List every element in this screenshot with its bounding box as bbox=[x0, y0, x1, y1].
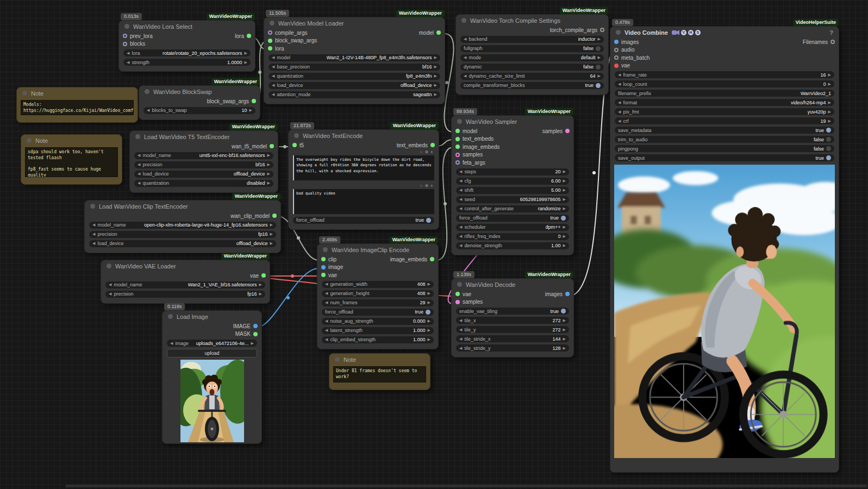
widget-noise-aug-strength[interactable]: ◀noise_aug_strength0.000▶ bbox=[322, 318, 434, 325]
increment-arrow-icon[interactable]: ▶ bbox=[259, 292, 262, 296]
output-slot-image_embeds[interactable]: image_embeds bbox=[390, 256, 434, 262]
slot-dot-icon[interactable] bbox=[455, 300, 460, 304]
widget-lora[interactable]: ◀lorarotate\rotate_20_epochs.safetensors… bbox=[123, 49, 251, 57]
widget-dynamo-cache-size-limit[interactable]: ◀dynamo_cache_size_limit64▶ bbox=[460, 73, 604, 80]
widget-trim-to-audio[interactable]: trim_to_audiofalse bbox=[615, 136, 834, 143]
widget-load-device[interactable]: ◀load_deviceoffload_device▶ bbox=[134, 171, 273, 178]
decrement-arrow-icon[interactable]: ◀ bbox=[459, 197, 462, 202]
output-slot-torch_compile_args[interactable]: torch_compile_args bbox=[550, 27, 604, 33]
collapse-dot-icon[interactable] bbox=[294, 133, 299, 138]
decrement-arrow-icon[interactable]: ◀ bbox=[459, 243, 462, 248]
decrement-arrow-icon[interactable]: ◀ bbox=[127, 60, 129, 65]
video-preview[interactable] bbox=[614, 165, 835, 458]
collapse-dot-icon[interactable] bbox=[107, 264, 111, 268]
slot-dot-icon[interactable] bbox=[321, 265, 326, 269]
widget-quantization[interactable]: ◀quantizationdisabled▶ bbox=[134, 180, 273, 187]
decrement-arrow-icon[interactable]: ◀ bbox=[272, 83, 274, 87]
decrement-arrow-icon[interactable]: ◀ bbox=[138, 153, 140, 158]
node-wanvideo-imageclip-encode[interactable]: 2.469s WanVideoWrapper WanVideo ImageCli… bbox=[317, 243, 439, 349]
slot-dot-icon[interactable] bbox=[455, 137, 460, 141]
increment-arrow-icon[interactable]: ▶ bbox=[563, 206, 566, 211]
decrement-arrow-icon[interactable]: ◀ bbox=[127, 51, 129, 55]
decrement-arrow-icon[interactable]: ◀ bbox=[170, 341, 173, 346]
decrement-arrow-icon[interactable]: ◀ bbox=[459, 234, 462, 239]
widget-format[interactable]: ◀formatvideo/h264-mp4▶ bbox=[615, 99, 834, 106]
decrement-arrow-icon[interactable]: ◀ bbox=[325, 328, 328, 333]
input-slot-model[interactable]: model bbox=[455, 128, 477, 134]
increment-arrow-icon[interactable]: ▶ bbox=[428, 328, 430, 333]
collapse-dot-icon[interactable] bbox=[135, 134, 140, 139]
input-slot-clip[interactable]: clip bbox=[321, 256, 336, 262]
collapse-dot-icon[interactable] bbox=[270, 21, 274, 26]
widget-tile-y[interactable]: ◀tile_y272▶ bbox=[456, 326, 569, 333]
slot-dot-icon[interactable] bbox=[292, 143, 297, 147]
increment-arrow-icon[interactable]: ▶ bbox=[267, 153, 270, 158]
slot-dot-icon[interactable] bbox=[123, 42, 127, 46]
increment-arrow-icon[interactable]: ▶ bbox=[563, 197, 566, 202]
increment-arrow-icon[interactable]: ▶ bbox=[598, 55, 601, 60]
widget-frame-rate[interactable]: ◀frame_rate16▶ bbox=[615, 71, 834, 78]
widget-clip-embed-strength[interactable]: ◀clip_embed_strength1.000▶ bbox=[322, 336, 434, 343]
output-slot-block_swap_args[interactable]: block_swap_args bbox=[207, 98, 256, 104]
slot-dot-icon[interactable] bbox=[455, 129, 460, 133]
widget-attention-mode[interactable]: ◀attention_modesageattn▶ bbox=[268, 91, 440, 98]
widget-force-offload[interactable]: force_offloadtrue bbox=[322, 309, 434, 316]
widget-save-output[interactable]: save_outputtrue bbox=[615, 154, 834, 161]
decrement-arrow-icon[interactable]: ◀ bbox=[459, 188, 462, 192]
toggle-knob-icon[interactable] bbox=[826, 155, 831, 160]
history-icon[interactable]: ○ bbox=[420, 149, 423, 154]
widget-tile-stride-x[interactable]: ◀tile_stride_x144▶ bbox=[456, 335, 569, 342]
increment-arrow-icon[interactable]: ▶ bbox=[270, 241, 273, 246]
node-wanvideo-model-loader[interactable]: 11.505s WanVideoWrapper WanVideo Model L… bbox=[264, 17, 445, 104]
slot-dot-icon[interactable] bbox=[270, 144, 274, 148]
settings-icon[interactable]: ⊕ bbox=[424, 183, 428, 188]
input-slot-images[interactable]: images bbox=[614, 39, 639, 45]
decrement-arrow-icon[interactable]: ◀ bbox=[464, 74, 466, 78]
collapse-dot-icon[interactable] bbox=[27, 138, 32, 143]
widget-pingpong[interactable]: pingpongfalse bbox=[615, 145, 834, 152]
decrement-arrow-icon[interactable]: ◀ bbox=[459, 170, 462, 174]
output-slot-text_embeds[interactable]: text_embeds bbox=[397, 142, 435, 148]
slot-dot-icon[interactable] bbox=[455, 160, 460, 165]
slot-dot-icon[interactable] bbox=[436, 30, 441, 35]
slot-dot-icon[interactable] bbox=[252, 99, 256, 103]
widget-denoise-strength[interactable]: ◀denoise_strength1.00▶ bbox=[456, 242, 569, 249]
increment-arrow-icon[interactable]: ▶ bbox=[434, 74, 437, 78]
node-wanvideo-vae-loader[interactable]: WanVideoWrapper WanVideo VAE Loader vae◀… bbox=[101, 260, 270, 304]
increment-arrow-icon[interactable]: ▶ bbox=[428, 337, 430, 342]
widget-riflex-freq-index[interactable]: ◀riflex_freq_index0▶ bbox=[456, 233, 569, 240]
decrement-arrow-icon[interactable]: ◀ bbox=[464, 55, 466, 60]
note-text[interactable]: sdpa should work too, haven't tested fla… bbox=[25, 147, 118, 177]
toggle-knob-icon[interactable] bbox=[826, 128, 831, 133]
increment-arrow-icon[interactable]: ▶ bbox=[428, 300, 430, 305]
slot-dot-icon[interactable] bbox=[430, 257, 434, 261]
decrement-arrow-icon[interactable]: ◀ bbox=[92, 232, 95, 236]
output-slot-wan_t5_model[interactable]: wan_t5_model bbox=[232, 143, 274, 149]
increment-arrow-icon[interactable]: ▶ bbox=[267, 172, 270, 176]
increment-arrow-icon[interactable]: ▶ bbox=[598, 37, 601, 41]
decrement-arrow-icon[interactable]: ◀ bbox=[618, 110, 621, 114]
decrement-arrow-icon[interactable]: ◀ bbox=[459, 328, 462, 332]
widget-compile-transformer-blocks[interactable]: compile_transformer_blockstrue bbox=[460, 82, 604, 89]
collapse-dot-icon[interactable] bbox=[90, 204, 95, 209]
increment-arrow-icon[interactable]: ▶ bbox=[251, 341, 254, 346]
history-icon[interactable]: ○ bbox=[420, 183, 423, 188]
output-slot-wan_clip_model[interactable]: wan_clip_model bbox=[230, 213, 277, 219]
slot-dot-icon[interactable] bbox=[455, 292, 460, 296]
decrement-arrow-icon[interactable]: ◀ bbox=[459, 318, 462, 323]
increment-arrow-icon[interactable]: ▶ bbox=[828, 110, 831, 114]
widget-model-name[interactable]: ◀model_nameumt5-xxl-enc-bf16.safetensors… bbox=[134, 152, 273, 159]
node-load-wanvideo-t5-textencoder[interactable]: WanVideoWrapper Load WanVideo T5 TextEnc… bbox=[129, 130, 278, 193]
increment-arrow-icon[interactable]: ▶ bbox=[428, 282, 430, 286]
decrement-arrow-icon[interactable]: ◀ bbox=[147, 108, 149, 112]
widget-shift[interactable]: ◀shift5.00▶ bbox=[456, 187, 569, 194]
collapse-dot-icon[interactable] bbox=[124, 24, 129, 29]
decrement-arrow-icon[interactable]: ◀ bbox=[459, 346, 462, 350]
increment-arrow-icon[interactable]: ▶ bbox=[270, 232, 273, 236]
toggle-knob-icon[interactable] bbox=[596, 83, 601, 88]
increment-arrow-icon[interactable]: ▶ bbox=[563, 328, 566, 332]
input-slot-image_embeds[interactable]: image_embeds bbox=[455, 144, 499, 150]
speaker-icon[interactable]: ◗ bbox=[430, 183, 433, 188]
toggle-knob-icon[interactable] bbox=[826, 137, 831, 142]
input-slot-image[interactable]: image bbox=[321, 264, 343, 270]
